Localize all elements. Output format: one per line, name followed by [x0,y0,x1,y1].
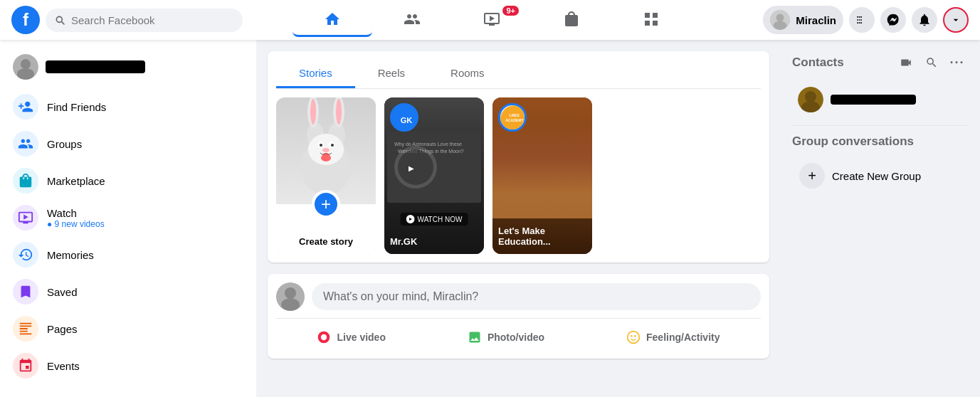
svg-text:ACADEMY: ACADEMY [505,118,524,122]
stories-tabs: Stories Reels Rooms [276,60,761,89]
contacts-more-button[interactable]: ··· [946,51,969,74]
find-friends-icon [13,94,38,120]
nav-watch-button[interactable]: 9+ [452,3,532,37]
svg-point-20 [321,154,331,162]
post-avatar [276,282,305,311]
marketplace-icon [13,168,38,194]
events-icon [13,353,38,379]
search-input[interactable] [71,14,199,26]
edu-story-name: Let's Make Education... [498,226,586,247]
facebook-logo[interactable]: f [11,6,40,34]
photo-video-label: Photo/video [488,332,544,343]
svg-point-17 [331,144,334,147]
nav-gaming-button[interactable] [611,3,691,37]
sidebar-item-pages[interactable]: Pages [6,310,251,347]
contacts-title: Contacts [792,55,844,70]
pages-label: Pages [47,323,78,335]
groups-label: Groups [47,138,82,150]
watch-now-badge: WATCH NOW [401,213,468,226]
svg-point-38 [631,335,633,337]
nav-marketplace-button[interactable] [532,3,611,37]
photo-video-button[interactable]: Photo/video [459,324,553,350]
sidebar-item-find-friends[interactable]: Find Friends [6,88,251,125]
live-video-button[interactable]: Live video [308,324,394,350]
stories-row: + Create story GK [276,97,761,254]
search-contacts-button[interactable] [920,51,943,74]
svg-point-4 [21,59,31,69]
sidebar-user-profile[interactable] [6,48,251,85]
svg-point-36 [321,334,327,340]
post-box-card: What's on your mind, Miraclin? Live vide… [268,274,769,359]
left-sidebar: Find Friends Groups Marketplace [0,40,256,397]
feeling-activity-label: Feeling/Activity [646,332,720,343]
svg-text:▶: ▶ [409,164,414,172]
create-story-card[interactable]: + Create story [276,97,376,254]
story-thumbnail: Why do Astronauts Love these Weirdest Th… [387,132,481,203]
find-friends-label: Find Friends [47,101,106,113]
saved-icon [13,279,38,305]
nav-right: Miraclin [741,6,969,34]
contact-name-hidden [831,95,916,105]
tab-stories[interactable]: Stories [276,60,355,88]
create-story-label: Create story [299,236,353,247]
new-video-call-button[interactable] [895,51,917,74]
memories-icon [13,242,38,268]
create-story-plus-button[interactable]: + [312,190,340,218]
story-mr-gk-card[interactable]: GK Why do Astronauts Love these Weirdest… [384,97,484,254]
svg-point-1 [776,14,784,21]
user-profile-chip[interactable]: Miraclin [763,6,843,34]
contacts-divider [792,125,969,126]
username-hidden [46,60,145,73]
marketplace-label: Marketplace [47,175,105,187]
sidebar-item-saved[interactable]: Saved [6,273,251,310]
create-new-group-label: Create New Group [832,170,921,182]
notifications-button[interactable] [912,7,937,33]
feeling-activity-button[interactable]: Feeling/Activity [618,324,728,350]
post-placeholder: What's on your mind, Miraclin? [323,290,478,302]
svg-point-27 [398,149,433,185]
dropdown-arrow-button[interactable] [943,7,969,33]
create-new-group-button[interactable]: + Create New Group [792,157,969,194]
search-icon [54,14,65,26]
svg-point-39 [634,335,636,337]
story-education-card[interactable]: LMES ACADEMY Let's Make Education... [492,97,592,254]
apps-grid-button[interactable] [849,7,875,33]
contacts-action-icons: ··· [895,51,969,74]
search-bar[interactable] [46,9,243,32]
svg-point-41 [805,91,816,102]
top-navigation: f 9+ [0,0,980,40]
create-story-bottom: + Create story [276,204,376,254]
nav-friends-button[interactable] [372,3,452,37]
groups-icon [13,131,38,157]
svg-point-34 [281,298,300,311]
watch-icon [13,205,38,231]
contact-avatar [798,87,823,112]
nav-home-button[interactable] [293,3,372,37]
tab-reels[interactable]: Reels [355,60,428,88]
post-input-row: What's on your mind, Miraclin? [276,282,761,311]
saved-label: Saved [47,286,78,298]
edu-avatar: LMES ACADEMY [498,103,527,132]
mr-gk-bg: GK Why do Astronauts Love these Weirdest… [384,97,484,254]
edu-bg: LMES ACADEMY Let's Make Education... [492,97,592,254]
create-group-plus-icon: + [799,163,825,189]
live-video-label: Live video [337,332,385,343]
messenger-button[interactable] [880,7,906,33]
sidebar-item-events[interactable]: Events [6,347,251,384]
sidebar-item-memories[interactable]: Memories [6,236,251,273]
main-content: Stories Reels Rooms [256,40,781,397]
watch-label: Watch [47,207,105,219]
post-input-field[interactable]: What's on your mind, Miraclin? [312,283,761,310]
svg-point-18 [322,148,330,152]
sidebar-avatar [13,54,38,80]
tab-rooms[interactable]: Rooms [428,60,507,88]
sidebar-item-marketplace[interactable]: Marketplace [6,162,251,199]
contacts-header: Contacts ··· [792,51,969,74]
create-story-image [276,97,376,204]
svg-point-33 [285,287,296,299]
sidebar-item-groups[interactable]: Groups [6,125,251,162]
contact-item[interactable] [792,83,969,117]
sidebar-item-watch[interactable]: Watch ● 9 new videos [6,199,251,236]
svg-point-12 [336,99,342,125]
post-actions-row: Live video Photo/video Feeling/Activity [276,318,761,350]
